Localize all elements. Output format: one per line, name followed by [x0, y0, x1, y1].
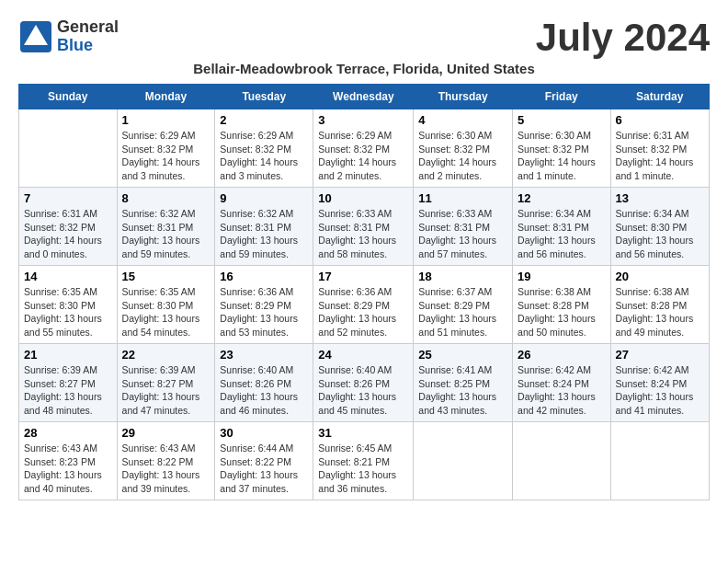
day-number: 29	[122, 426, 210, 440]
calendar-cell: 26Sunrise: 6:42 AM Sunset: 8:24 PM Dayli…	[513, 344, 611, 422]
page-header: General Blue July 2024	[18, 18, 710, 57]
day-number: 4	[418, 113, 507, 127]
calendar-cell: 13Sunrise: 6:34 AM Sunset: 8:30 PM Dayli…	[610, 188, 709, 266]
subtitle: Bellair-Meadowbrook Terrace, Florida, Un…	[18, 61, 710, 76]
calendar-cell: 9Sunrise: 6:32 AM Sunset: 8:31 PM Daylig…	[215, 188, 313, 266]
day-info: Sunrise: 6:34 AM Sunset: 8:30 PM Dayligh…	[616, 207, 704, 261]
day-info: Sunrise: 6:33 AM Sunset: 8:31 PM Dayligh…	[418, 207, 507, 261]
calendar-cell: 23Sunrise: 6:40 AM Sunset: 8:26 PM Dayli…	[215, 344, 313, 422]
calendar-cell	[19, 109, 118, 188]
day-number: 13	[616, 191, 704, 205]
day-info: Sunrise: 6:35 AM Sunset: 8:30 PM Dayligh…	[24, 285, 112, 339]
title-section: July 2024	[536, 18, 710, 57]
day-number: 7	[24, 191, 112, 205]
day-info: Sunrise: 6:38 AM Sunset: 8:28 PM Dayligh…	[518, 285, 606, 339]
logo-general: General	[57, 18, 119, 37]
calendar-cell: 17Sunrise: 6:36 AM Sunset: 8:29 PM Dayli…	[313, 266, 414, 344]
day-info: Sunrise: 6:42 AM Sunset: 8:24 PM Dayligh…	[616, 363, 704, 418]
calendar-cell: 6Sunrise: 6:31 AM Sunset: 8:32 PM Daylig…	[610, 109, 709, 188]
day-number: 9	[220, 191, 308, 205]
day-info: Sunrise: 6:32 AM Sunset: 8:31 PM Dayligh…	[122, 207, 210, 261]
day-info: Sunrise: 6:43 AM Sunset: 8:22 PM Dayligh…	[122, 442, 210, 496]
logo-icon	[18, 19, 53, 54]
month-title: July 2024	[536, 18, 710, 57]
day-number: 19	[518, 270, 606, 283]
day-info: Sunrise: 6:43 AM Sunset: 8:23 PM Dayligh…	[24, 442, 112, 496]
logo-blue: Blue	[57, 37, 119, 55]
day-info: Sunrise: 6:32 AM Sunset: 8:31 PM Dayligh…	[220, 207, 308, 261]
weekday-header: Friday	[513, 85, 611, 109]
calendar-cell: 14Sunrise: 6:35 AM Sunset: 8:30 PM Dayli…	[19, 266, 118, 344]
day-info: Sunrise: 6:42 AM Sunset: 8:24 PM Dayligh…	[518, 363, 606, 418]
day-number: 10	[318, 191, 408, 205]
day-info: Sunrise: 6:35 AM Sunset: 8:30 PM Dayligh…	[122, 285, 210, 339]
day-number: 2	[220, 113, 308, 127]
weekday-header: Tuesday	[215, 85, 313, 109]
calendar-cell	[610, 422, 709, 500]
day-number: 30	[220, 426, 308, 440]
day-number: 5	[518, 113, 606, 127]
weekday-header-row: SundayMondayTuesdayWednesdayThursdayFrid…	[19, 85, 710, 109]
day-info: Sunrise: 6:34 AM Sunset: 8:31 PM Dayligh…	[518, 207, 606, 261]
calendar-cell: 16Sunrise: 6:36 AM Sunset: 8:29 PM Dayli…	[215, 266, 313, 344]
day-info: Sunrise: 6:39 AM Sunset: 8:27 PM Dayligh…	[122, 363, 210, 418]
day-info: Sunrise: 6:29 AM Sunset: 8:32 PM Dayligh…	[318, 129, 408, 183]
day-number: 16	[220, 270, 308, 283]
weekday-header: Thursday	[414, 85, 513, 109]
day-info: Sunrise: 6:33 AM Sunset: 8:31 PM Dayligh…	[318, 207, 408, 261]
day-number: 23	[220, 348, 308, 362]
day-info: Sunrise: 6:29 AM Sunset: 8:32 PM Dayligh…	[122, 129, 210, 183]
calendar-cell: 20Sunrise: 6:38 AM Sunset: 8:28 PM Dayli…	[610, 266, 709, 344]
weekday-header: Saturday	[610, 85, 709, 109]
calendar-cell: 4Sunrise: 6:30 AM Sunset: 8:32 PM Daylig…	[414, 109, 513, 188]
calendar-cell: 15Sunrise: 6:35 AM Sunset: 8:30 PM Dayli…	[117, 266, 215, 344]
calendar-cell: 27Sunrise: 6:42 AM Sunset: 8:24 PM Dayli…	[610, 344, 709, 422]
day-number: 20	[616, 270, 704, 283]
calendar-cell	[414, 422, 513, 500]
calendar-cell: 25Sunrise: 6:41 AM Sunset: 8:25 PM Dayli…	[414, 344, 513, 422]
day-info: Sunrise: 6:39 AM Sunset: 8:27 PM Dayligh…	[24, 363, 112, 418]
calendar-cell: 12Sunrise: 6:34 AM Sunset: 8:31 PM Dayli…	[513, 188, 611, 266]
calendar-cell: 29Sunrise: 6:43 AM Sunset: 8:22 PM Dayli…	[117, 422, 215, 500]
day-info: Sunrise: 6:30 AM Sunset: 8:32 PM Dayligh…	[518, 129, 606, 183]
calendar-cell: 22Sunrise: 6:39 AM Sunset: 8:27 PM Dayli…	[117, 344, 215, 422]
day-info: Sunrise: 6:37 AM Sunset: 8:29 PM Dayligh…	[418, 285, 507, 339]
logo: General Blue	[18, 18, 119, 55]
day-number: 14	[24, 270, 112, 283]
calendar-week-row: 21Sunrise: 6:39 AM Sunset: 8:27 PM Dayli…	[19, 344, 710, 422]
calendar-cell: 5Sunrise: 6:30 AM Sunset: 8:32 PM Daylig…	[513, 109, 611, 188]
calendar-table: SundayMondayTuesdayWednesdayThursdayFrid…	[18, 84, 710, 500]
calendar-cell: 11Sunrise: 6:33 AM Sunset: 8:31 PM Dayli…	[414, 188, 513, 266]
day-number: 28	[24, 426, 112, 440]
weekday-header: Wednesday	[313, 85, 414, 109]
calendar-cell: 7Sunrise: 6:31 AM Sunset: 8:32 PM Daylig…	[19, 188, 118, 266]
day-number: 22	[122, 348, 210, 362]
day-number: 25	[418, 348, 507, 362]
day-number: 21	[24, 348, 112, 362]
day-number: 11	[418, 191, 507, 205]
day-number: 15	[122, 270, 210, 283]
day-info: Sunrise: 6:41 AM Sunset: 8:25 PM Dayligh…	[418, 363, 507, 418]
day-number: 6	[616, 113, 704, 127]
day-info: Sunrise: 6:30 AM Sunset: 8:32 PM Dayligh…	[418, 129, 507, 183]
day-number: 1	[122, 113, 210, 127]
day-info: Sunrise: 6:40 AM Sunset: 8:26 PM Dayligh…	[318, 363, 408, 418]
calendar-cell: 8Sunrise: 6:32 AM Sunset: 8:31 PM Daylig…	[117, 188, 215, 266]
day-number: 12	[518, 191, 606, 205]
calendar-week-row: 7Sunrise: 6:31 AM Sunset: 8:32 PM Daylig…	[19, 188, 710, 266]
day-info: Sunrise: 6:31 AM Sunset: 8:32 PM Dayligh…	[24, 207, 112, 261]
day-number: 24	[318, 348, 408, 362]
day-info: Sunrise: 6:45 AM Sunset: 8:21 PM Dayligh…	[318, 442, 408, 496]
calendar-cell: 19Sunrise: 6:38 AM Sunset: 8:28 PM Dayli…	[513, 266, 611, 344]
calendar-cell	[513, 422, 611, 500]
day-number: 27	[616, 348, 704, 362]
day-number: 3	[318, 113, 408, 127]
calendar-cell: 31Sunrise: 6:45 AM Sunset: 8:21 PM Dayli…	[313, 422, 414, 500]
day-info: Sunrise: 6:38 AM Sunset: 8:28 PM Dayligh…	[616, 285, 704, 339]
calendar-cell: 30Sunrise: 6:44 AM Sunset: 8:22 PM Dayli…	[215, 422, 313, 500]
day-info: Sunrise: 6:44 AM Sunset: 8:22 PM Dayligh…	[220, 442, 308, 496]
day-info: Sunrise: 6:29 AM Sunset: 8:32 PM Dayligh…	[220, 129, 308, 183]
day-number: 26	[518, 348, 606, 362]
weekday-header: Monday	[117, 85, 215, 109]
day-info: Sunrise: 6:36 AM Sunset: 8:29 PM Dayligh…	[220, 285, 308, 339]
